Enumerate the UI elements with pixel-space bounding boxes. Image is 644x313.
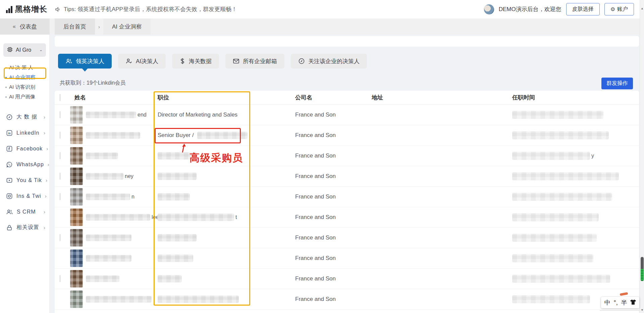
sidebar-item[interactable]: WhatsApp ›: [0, 156, 49, 172]
chevron-right-icon: ›: [44, 225, 45, 230]
content-tab[interactable]: 关注该企业的决策人: [291, 54, 367, 69]
content-tab[interactable]: 所有企业邮箱: [225, 54, 284, 69]
crm-people-icon: [6, 209, 13, 215]
result-count-text: 共获取到：19个Linkdin会员: [60, 80, 126, 87]
avatar: [70, 188, 83, 206]
content-tab-label: 海关数据: [189, 57, 212, 65]
sidebar-subitem-2[interactable]: AI 访客识别: [5, 82, 49, 92]
table-row[interactable]: France and Son: [55, 248, 639, 269]
name-blur: [86, 132, 140, 139]
row-checkbox[interactable]: [60, 173, 60, 180]
sidebar-item[interactable]: S CRM ›: [0, 204, 49, 220]
ime-halfwidth-mode[interactable]: 半: [621, 299, 627, 307]
scroll-up-arrow-icon[interactable]: ▲: [641, 7, 644, 10]
table-row[interactable]: leen t France and Son: [55, 207, 639, 228]
tenure-blur: [512, 131, 609, 139]
breadcrumb-tab-home[interactable]: 后台首页: [55, 18, 95, 35]
ime-chinese-mode[interactable]: 中: [604, 299, 610, 307]
tips-banner: Tips: 领英通过手机APP登录后，系统授权将不会失效，群发更顺畅！: [55, 5, 237, 13]
cell-name: ney: [69, 168, 158, 185]
dashboard-label: 仪表盘: [20, 23, 37, 31]
cell-position: [158, 275, 295, 282]
cell-tenure: [512, 213, 639, 221]
cell-tenure: [512, 131, 639, 139]
name-blur: [86, 111, 136, 118]
instagram-twitter-icon: [6, 193, 13, 199]
sidebar-group-ai-gro[interactable]: AI Gro ⌄: [3, 43, 46, 57]
content-tab[interactable]: 海关数据: [172, 54, 219, 69]
table-row[interactable]: France and Son: [55, 228, 639, 248]
sidebar-subitem-3[interactable]: AI 用户画像: [5, 92, 49, 102]
sidebar-mainnav: 大 数 据 › in LinkedIn › Facebook › WhatsAp…: [0, 104, 49, 235]
tenure-blur: [512, 152, 590, 160]
table-row[interactable]: end Director of Marketing and Sales Fran…: [55, 105, 639, 125]
sidebar-item[interactable]: 相关设置 ›: [0, 220, 49, 235]
table-row[interactable]: n France and Son: [55, 187, 639, 207]
scrollbar-thumb[interactable]: [641, 257, 644, 281]
sidebar-item[interactable]: Ins & Twi ›: [0, 188, 49, 204]
app-title: 黑格增长: [15, 4, 47, 14]
position-blur: [158, 193, 190, 200]
linkedin-icon: in: [6, 130, 13, 136]
ime-punctuation-mode[interactable]: °,: [614, 299, 618, 306]
bullet-icon: [5, 96, 7, 98]
content-tab-label: 领英决策人: [76, 57, 104, 65]
mail-icon: [233, 58, 239, 64]
sidebar-subitem-1[interactable]: AI 企业洞察: [5, 73, 49, 82]
position-blur: [158, 173, 197, 180]
breadcrumb-tab-current[interactable]: AI 企业洞察: [103, 18, 151, 35]
cell-tenure: [512, 254, 639, 262]
tenure-blur: [512, 295, 590, 303]
cell-name: end: [69, 106, 158, 124]
sidebar-collapse-toggle[interactable]: « 仪表盘: [0, 18, 50, 35]
tenure-blur: [512, 254, 593, 262]
sidebar-item[interactable]: You & Tik ›: [0, 172, 49, 188]
user-avatar[interactable]: [484, 4, 494, 14]
skin-select-button[interactable]: 皮肤选择: [566, 3, 600, 15]
chevron-down-icon: ⌄: [39, 48, 43, 52]
position-blur: [158, 214, 234, 221]
row-checkbox[interactable]: [60, 275, 60, 282]
ime-skin-icon[interactable]: [630, 300, 636, 306]
cell-company: France and Son: [295, 193, 372, 200]
name-blur: [86, 296, 152, 303]
chevron-right-icon: ›: [45, 193, 47, 199]
sidebar-subitem-label: AI 企业洞察: [9, 74, 35, 81]
row-checkbox[interactable]: [60, 132, 60, 139]
sidebar-subitem-0[interactable]: AI 决 策 人: [5, 63, 49, 73]
sidebar-item[interactable]: Facebook ›: [0, 141, 49, 156]
row-checkbox[interactable]: [60, 152, 60, 159]
table-row[interactable]: Senior Buyer / France and Son: [55, 125, 639, 146]
account-button[interactable]: ⚙ 账户: [604, 3, 634, 15]
table-row[interactable]: ney France and Son: [55, 166, 639, 187]
cell-company: France and Son: [295, 296, 372, 303]
avatar: [70, 229, 83, 247]
welcome-text: DEMO演示后台，欢迎您: [499, 5, 561, 13]
position-text: Director of Marketing and Sales: [158, 111, 237, 118]
bulk-send-button[interactable]: 群发操作: [601, 78, 633, 89]
cell-position: [158, 173, 295, 180]
cell-company: France and Son: [295, 111, 372, 118]
collapse-chevrons-icon: «: [13, 24, 16, 30]
sidebar-item[interactable]: 大 数 据 ›: [0, 109, 49, 125]
select-all-checkbox[interactable]: [60, 94, 60, 101]
row-checkbox[interactable]: [60, 193, 60, 200]
table-body: end Director of Marketing and Sales Fran…: [55, 105, 639, 310]
ime-baseline: [600, 310, 639, 311]
lock-icon: [6, 224, 13, 231]
table-row[interactable]: France and Son: [55, 269, 639, 289]
content-tab[interactable]: AI决策人: [118, 54, 166, 69]
sidebar-item[interactable]: in LinkedIn ›: [0, 125, 49, 141]
avatar: [70, 147, 83, 165]
page-scrollbar[interactable]: ▲ ▼: [640, 0, 644, 313]
row-checkbox[interactable]: [60, 234, 60, 241]
table-row[interactable]: France and Son: [55, 289, 639, 310]
position-blur: [158, 255, 193, 262]
table-row[interactable]: France and Son y: [55, 146, 639, 166]
name-blur: [86, 214, 150, 221]
row-checkbox[interactable]: [60, 111, 60, 118]
cell-name: [69, 229, 158, 247]
avatar: [70, 127, 83, 144]
content-tab[interactable]: 领英决策人: [58, 54, 112, 69]
scroll-down-arrow-icon[interactable]: ▼: [641, 308, 644, 312]
